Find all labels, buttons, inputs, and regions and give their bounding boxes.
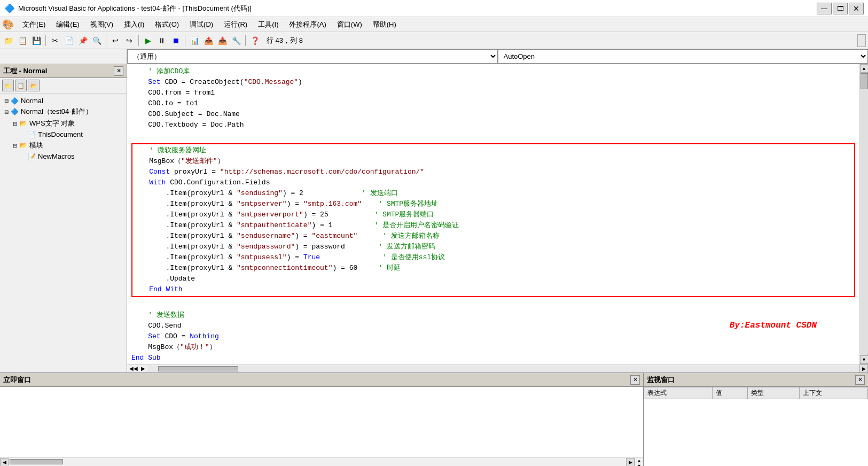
- tb-undo[interactable]: ↩: [109, 34, 122, 47]
- toolbar: 📁 📋 💾 ✂ 📄 📌 🔍 ↩ ↪ ▶ ⏸ ⏹ 📊 📤 📥 🔧 ❓ 行 43，列…: [0, 32, 868, 49]
- menu-window[interactable]: 窗口(W): [332, 18, 367, 32]
- procedure-dropdown[interactable]: AutoOpen: [498, 49, 869, 64]
- hl-line-4: With CDO.Configuration.Fields: [132, 177, 854, 188]
- scroll-down-arrow[interactable]: ▼: [860, 355, 869, 364]
- right-panel: ' 添加CDO库 Set CDO = CreateObject("CDO.Mes…: [127, 64, 868, 372]
- tb-save[interactable]: 💾: [30, 34, 43, 47]
- tb-redo[interactable]: ↪: [123, 34, 136, 47]
- menu-addins[interactable]: 外接程序(A): [284, 18, 331, 32]
- tree-label-thisdoc: ThisDocument: [38, 130, 83, 138]
- tb-run[interactable]: ▶: [142, 34, 154, 47]
- tb-chart[interactable]: 📊: [188, 34, 201, 47]
- menu-help[interactable]: 帮助(H): [367, 18, 402, 32]
- menu-file[interactable]: 文件(E): [17, 18, 51, 32]
- app-container: 🔷 Microsoft Visual Basic for Application…: [0, 0, 868, 466]
- tree-node-module-folder[interactable]: ⊟ 📂 模块: [0, 139, 127, 151]
- tree-node-normal1[interactable]: ⊟ 🔷 Normal: [0, 96, 127, 106]
- imm-vscroll[interactable]: ▲ ▼: [635, 458, 643, 466]
- watch-close[interactable]: ✕: [855, 375, 865, 385]
- tb-copy[interactable]: 📄: [62, 34, 75, 47]
- left-panel-close[interactable]: ✕: [114, 66, 123, 76]
- v-scrollbar[interactable]: ▲ ▼: [859, 64, 868, 364]
- code-line-5: CDO.Subject = Doc.Name: [131, 109, 855, 120]
- hl-line-10: .Item(proxyUrl & "sendpassword") = passw…: [132, 242, 854, 252]
- code-line-nothing: Set CDO = Nothing: [131, 331, 855, 342]
- imm-vscroll-down[interactable]: ▼: [637, 463, 642, 466]
- watch-col-type: 类型: [747, 387, 799, 399]
- content-area: 工程 - Normal ✕ 📁 📋 📂 ⊟ 🔷 Normal: [0, 64, 868, 372]
- tree-label-module: 模块: [29, 141, 43, 150]
- h-scroll-thumb[interactable]: [158, 366, 238, 371]
- code-line-3: CDO.from = from1: [131, 88, 855, 98]
- tb-view-explorer[interactable]: 📁: [2, 34, 15, 47]
- watch-panel: 监视窗口 ✕ 表达式 值 类型 上下文: [644, 373, 868, 466]
- scroll-thumb[interactable]: [861, 73, 868, 89]
- tb-help[interactable]: ❓: [248, 34, 261, 47]
- code-editor[interactable]: ' 添加CDO库 Set CDO = CreateObject("CDO.Mes…: [127, 64, 859, 364]
- tree-node-normal2[interactable]: ⊟ 🔷 Normal（test04-邮件）: [0, 106, 127, 118]
- hl-line-11: .Item(proxyUrl & "smtpusessl") = True ' …: [132, 252, 854, 263]
- watch-title: 监视窗口: [647, 375, 675, 385]
- menu-debug[interactable]: 调试(D): [184, 18, 218, 32]
- tb-prop-window[interactable]: 📋: [16, 34, 29, 47]
- menu-bar: 🎨 文件(E) 编辑(E) 视图(V) 插入(I) 格式(O) 调试(D) 运行…: [0, 17, 868, 32]
- tb-find[interactable]: 🔍: [90, 34, 103, 47]
- expand-wps[interactable]: ⊟: [11, 121, 19, 127]
- expand-normal2[interactable]: ⊟: [2, 109, 11, 115]
- close-button[interactable]: ✕: [849, 3, 864, 14]
- menu-view[interactable]: 视图(V): [85, 18, 119, 32]
- toolbar-scroll[interactable]: [857, 34, 866, 47]
- tree-node-newmacros[interactable]: 📝 NewMacros: [0, 151, 127, 161]
- tb-pause[interactable]: ⏸: [155, 34, 168, 47]
- expand-module[interactable]: ⊟: [11, 143, 19, 149]
- expand-normal1[interactable]: ⊟: [2, 98, 11, 104]
- immediate-close[interactable]: ✕: [630, 375, 640, 385]
- menu-tools[interactable]: 工具(I): [253, 18, 284, 32]
- imm-scroll-left[interactable]: ◀: [0, 458, 9, 466]
- h-scroll-right[interactable]: ▶: [859, 364, 868, 373]
- watch-col-ctx: 上下文: [799, 387, 867, 399]
- tb-stop[interactable]: ⏹: [169, 34, 182, 47]
- imm-scroll-track[interactable]: [9, 458, 626, 466]
- hl-line-3: Const proxyUrl = "http://schemas.microso…: [132, 167, 854, 177]
- imm-scroll-thumb[interactable]: [10, 459, 63, 464]
- highlight-box: ' 微软服务器网址 MsgBox（"发送邮件"） Const proxyUrl …: [131, 143, 855, 297]
- menu-run[interactable]: 运行(R): [218, 18, 253, 32]
- menu-format[interactable]: 格式(O): [150, 18, 184, 32]
- scroll-track[interactable]: [860, 73, 868, 355]
- tree-area: ⊟ 🔷 Normal ⊟ 🔷 Normal（test04-邮件） ⊟ 📂 WPS…: [0, 94, 127, 372]
- cursor-position: 行 43，列 8: [267, 36, 303, 45]
- lp-btn-1[interactable]: 📁: [2, 80, 14, 91]
- imm-scroll-right[interactable]: ▶: [626, 458, 635, 466]
- hl-line-7: .Item(proxyUrl & "smtpserverport") = 25 …: [132, 209, 854, 220]
- tree-node-thisdoc[interactable]: 📄 ThisDocument: [0, 129, 127, 139]
- code-line-blank1: [131, 130, 855, 141]
- lp-btn-2[interactable]: 📋: [15, 80, 27, 91]
- app-icon: 🔷: [4, 3, 15, 13]
- tree-node-wps-folder[interactable]: ⊟ 📂 WPS文字 对象: [0, 118, 127, 129]
- restore-button[interactable]: —: [817, 3, 832, 14]
- hl-line-13: .Update: [132, 274, 854, 284]
- lp-btn-3[interactable]: 📂: [28, 80, 40, 91]
- tb-import[interactable]: 📥: [216, 34, 229, 47]
- tb-more1[interactable]: 🔧: [230, 34, 243, 47]
- menu-edit[interactable]: 编辑(E): [51, 18, 84, 32]
- code-line-4: CDO.to = to1: [131, 98, 855, 109]
- tb-paste[interactable]: 📌: [76, 34, 89, 47]
- left-panel-header: 工程 - Normal ✕: [0, 64, 127, 78]
- h-scroll-track[interactable]: [147, 366, 859, 372]
- hl-line-9: .Item(proxyUrl & "sendusername") = "east…: [132, 231, 854, 242]
- maximize-button[interactable]: 🗖: [833, 3, 848, 14]
- title-bar-controls: — 🗖 ✕: [817, 3, 864, 14]
- hl-line-14: End With: [132, 284, 854, 295]
- watch-content: 表达式 值 类型 上下文: [644, 387, 868, 466]
- object-dropdown[interactable]: （通用）: [127, 49, 498, 64]
- immediate-content[interactable]: [0, 387, 643, 457]
- tb-export[interactable]: 📤: [202, 34, 215, 47]
- imm-vscroll-up[interactable]: ▲: [637, 458, 642, 463]
- hl-line-1: ' 微软服务器网址: [132, 145, 854, 156]
- scroll-up-arrow[interactable]: ▲: [860, 64, 869, 73]
- tb-cut[interactable]: ✂: [49, 34, 61, 47]
- tree-label-normal1: Normal: [21, 97, 43, 105]
- menu-insert[interactable]: 插入(I): [119, 18, 150, 32]
